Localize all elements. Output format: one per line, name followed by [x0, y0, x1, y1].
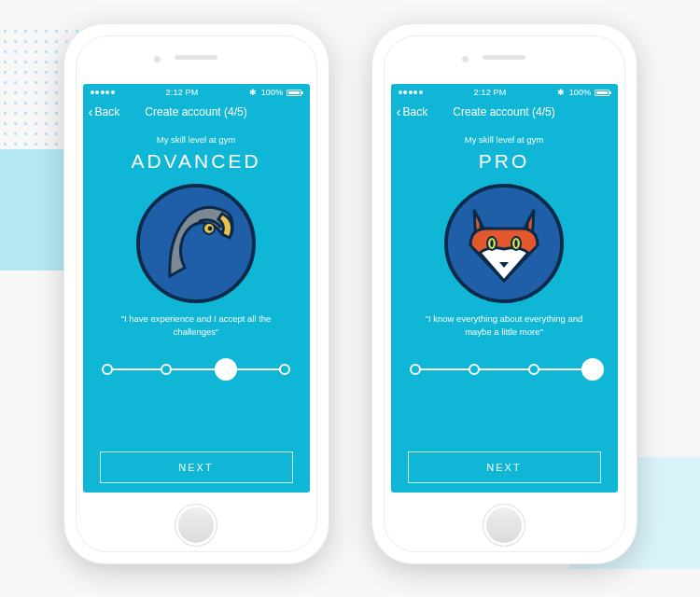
- battery-percent: 100%: [569, 88, 592, 97]
- nav-bar: ‹ Back Create account (4/5): [83, 99, 310, 125]
- chevron-left-icon: ‹: [397, 104, 401, 118]
- svg-point-6: [490, 240, 493, 247]
- next-label: NEXT: [178, 462, 213, 473]
- slider-node[interactable]: [161, 364, 172, 375]
- skill-slider[interactable]: [415, 357, 593, 382]
- svg-point-0: [140, 187, 252, 299]
- battery-icon: [595, 90, 609, 96]
- status-bar: 2:12 PM ✱ 100%: [83, 84, 310, 99]
- app-screen-pro: 2:12 PM ✱ 100% ‹ Back Create account (4/…: [391, 84, 618, 493]
- home-button[interactable]: [175, 504, 217, 547]
- app-screen-advanced: 2:12 PM ✱ 100% ‹ Back Create account (4/…: [83, 84, 310, 493]
- skill-avatar: [136, 184, 256, 303]
- nav-bar: ‹ Back Create account (4/5): [391, 99, 618, 125]
- back-label: Back: [95, 105, 120, 118]
- signal-icon: [91, 90, 115, 94]
- page-title: Create account (4/5): [453, 105, 554, 118]
- fox-icon: [448, 187, 560, 299]
- slider-node[interactable]: [279, 364, 290, 375]
- slider-track: [415, 368, 593, 370]
- phone-mockup-advanced: 2:12 PM ✱ 100% ‹ Back Create account (4/…: [63, 23, 329, 564]
- back-button[interactable]: ‹ Back: [397, 105, 428, 119]
- phone-camera: [462, 56, 469, 62]
- next-button[interactable]: NEXT: [408, 451, 601, 483]
- slider-track: [107, 368, 285, 370]
- slider-node[interactable]: [215, 358, 237, 381]
- skill-level-name: ADVANCED: [131, 150, 260, 173]
- next-label: NEXT: [486, 462, 521, 473]
- home-button[interactable]: [483, 504, 525, 547]
- signal-icon: [399, 90, 423, 94]
- svg-point-7: [514, 240, 517, 247]
- battery-percent: 100%: [261, 88, 284, 97]
- skill-subtitle: My skill level at gym: [465, 134, 543, 145]
- slider-node[interactable]: [102, 364, 113, 375]
- skill-level-name: PRO: [479, 150, 530, 173]
- chevron-left-icon: ‹: [89, 104, 93, 118]
- skill-quote: "I know everything about everything and …: [420, 312, 588, 339]
- skill-quote: "I have experience and I accept all the …: [112, 312, 280, 339]
- onboarding-content: My skill level at gym PRO: [391, 125, 618, 493]
- status-bar: 2:12 PM ✱ 100%: [391, 84, 618, 99]
- status-time: 2:12 PM: [474, 88, 507, 97]
- onboarding-content: My skill level at gym ADVANCED "I have e…: [83, 125, 310, 493]
- skill-slider[interactable]: [107, 357, 285, 382]
- skill-subtitle: My skill level at gym: [157, 134, 235, 145]
- phone-mockups-row: 2:12 PM ✱ 100% ‹ Back Create account (4/…: [0, 23, 700, 564]
- back-button[interactable]: ‹ Back: [89, 105, 120, 119]
- slider-node[interactable]: [469, 364, 480, 375]
- battery-icon: [287, 90, 301, 96]
- phone-speaker: [175, 55, 217, 60]
- status-time: 2:12 PM: [166, 88, 199, 97]
- phone-mockup-pro: 2:12 PM ✱ 100% ‹ Back Create account (4/…: [371, 23, 637, 564]
- slider-node[interactable]: [581, 358, 604, 381]
- skill-avatar: [444, 184, 564, 303]
- bluetooth-icon: ✱: [557, 88, 565, 97]
- bluetooth-icon: ✱: [249, 88, 257, 97]
- back-label: Back: [403, 105, 428, 118]
- next-button[interactable]: NEXT: [100, 451, 293, 483]
- svg-point-2: [208, 227, 213, 231]
- eagle-icon: [140, 187, 252, 299]
- phone-speaker: [483, 55, 525, 60]
- phone-camera: [154, 56, 161, 62]
- slider-node[interactable]: [410, 364, 421, 375]
- slider-node[interactable]: [528, 364, 539, 375]
- page-title: Create account (4/5): [145, 105, 246, 118]
